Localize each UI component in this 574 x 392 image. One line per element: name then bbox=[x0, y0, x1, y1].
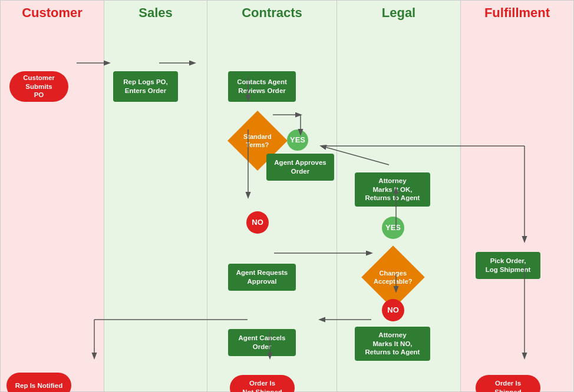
legal-header: Legal bbox=[337, 1, 460, 25]
attorney-no-node: Attorney Marks It NO, Returns to Agent bbox=[355, 327, 430, 361]
no-label1: NO bbox=[246, 211, 269, 234]
lane-fulfillment: Fulfillment Pick Order, Log Shipment Ord… bbox=[460, 1, 573, 391]
yes-label1: YES bbox=[287, 129, 308, 151]
lane-legal: Legal Attorney Marks It OK, Returns to A… bbox=[337, 1, 460, 391]
rep-notified-node: Rep Is Notified bbox=[6, 373, 71, 392]
flowchart: Customer Customer Submits PO Rep Is Noti… bbox=[0, 0, 574, 392]
rep-logs-node: Rep Logs PO, Enters Order bbox=[113, 71, 178, 102]
agent-requests-node: Agent Requests Approval bbox=[228, 264, 296, 291]
attorney-ok-node: Attorney Marks It OK, Returns to Agent bbox=[355, 172, 430, 207]
agent-cancels-node: Agent Cancels Order bbox=[228, 329, 296, 356]
customer-body: Customer Submits PO Rep Is Notified bbox=[1, 25, 104, 391]
no-label2: NO bbox=[382, 299, 404, 321]
sales-header: Sales bbox=[104, 1, 207, 25]
lane-contracts: Contracts Contacts Agent Reviews Order S… bbox=[207, 1, 337, 391]
customer-header: Customer bbox=[1, 1, 104, 25]
contracts-body: Contacts Agent Reviews Order Standard Te… bbox=[207, 25, 337, 391]
yes-label2: YES bbox=[382, 217, 404, 239]
lane-sales: Sales Rep Logs PO, Enters Order bbox=[104, 1, 207, 391]
customer-submit-node: Customer Submits PO bbox=[9, 71, 68, 102]
legal-body: Attorney Marks It OK, Returns to Agent Y… bbox=[337, 25, 460, 391]
agent-approves-node: Agent Approves Order bbox=[266, 154, 334, 181]
pick-order-node: Pick Order, Log Shipment bbox=[476, 252, 540, 279]
contracts-header: Contracts bbox=[207, 1, 337, 25]
sales-body: Rep Logs PO, Enters Order bbox=[104, 25, 207, 391]
fulfillment-body: Pick Order, Log Shipment Order Is Shippe… bbox=[461, 25, 573, 391]
order-shipped-node: Order Is Shipped bbox=[476, 375, 540, 392]
fulfillment-header: Fulfillment bbox=[461, 1, 573, 25]
contacts-agent-node: Contacts Agent Reviews Order bbox=[228, 71, 296, 102]
order-not-shipped-node: Order Is Not Shipped bbox=[230, 375, 295, 392]
lane-customer: Customer Customer Submits PO Rep Is Noti… bbox=[1, 1, 104, 391]
